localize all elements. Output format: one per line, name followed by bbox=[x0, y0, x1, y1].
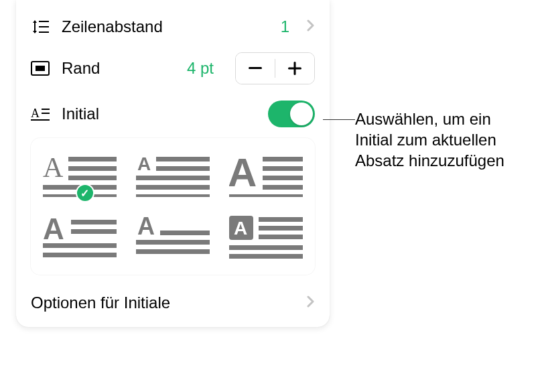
svg-rect-39 bbox=[136, 249, 210, 254]
svg-rect-20 bbox=[156, 157, 210, 161]
svg-rect-45 bbox=[229, 245, 303, 250]
svg-rect-15 bbox=[68, 166, 117, 171]
svg-rect-33 bbox=[71, 229, 117, 234]
dropcap-style-5[interactable]: A bbox=[133, 213, 213, 263]
svg-rect-37 bbox=[160, 231, 210, 235]
svg-rect-43 bbox=[259, 226, 303, 231]
svg-rect-21 bbox=[156, 166, 210, 171]
svg-text:A: A bbox=[137, 153, 151, 174]
initial-options-row[interactable]: Optionen für Initiale bbox=[16, 281, 330, 327]
svg-rect-44 bbox=[259, 235, 303, 239]
svg-rect-32 bbox=[71, 220, 117, 224]
svg-rect-46 bbox=[229, 254, 303, 259]
border-label: Rand bbox=[62, 59, 175, 78]
line-spacing-icon bbox=[31, 18, 50, 36]
initial-icon: A bbox=[31, 105, 50, 123]
chevron-right-icon bbox=[307, 296, 315, 311]
initial-row: A Initial bbox=[16, 92, 330, 135]
svg-rect-42 bbox=[259, 217, 303, 222]
dropcap-style-2[interactable]: A bbox=[133, 150, 213, 200]
svg-text:A: A bbox=[234, 218, 247, 239]
line-spacing-value: 1 bbox=[281, 17, 289, 36]
dropcap-style-1[interactable]: A ✓ bbox=[40, 150, 120, 200]
toggle-knob bbox=[290, 103, 313, 125]
svg-rect-28 bbox=[263, 176, 303, 180]
svg-text:A: A bbox=[43, 153, 64, 183]
svg-rect-29 bbox=[263, 185, 303, 190]
dropcap-styles-grid: A ✓ A A bbox=[31, 138, 315, 275]
border-value: 4 pt bbox=[187, 59, 214, 78]
line-spacing-row[interactable]: Zeilenabstand 1 bbox=[16, 9, 330, 44]
svg-rect-38 bbox=[136, 240, 210, 245]
svg-rect-5 bbox=[36, 66, 45, 71]
callout-leader-line bbox=[323, 119, 355, 120]
svg-rect-35 bbox=[43, 253, 117, 257]
callout-text: Auswählen, um ein Initial zum aktuellen … bbox=[355, 109, 529, 172]
svg-rect-6 bbox=[249, 67, 262, 69]
svg-rect-27 bbox=[263, 166, 303, 171]
dropcap-style-6[interactable]: A bbox=[226, 213, 306, 263]
svg-rect-16 bbox=[68, 176, 117, 180]
svg-rect-24 bbox=[136, 194, 210, 197]
chevron-right-icon bbox=[307, 19, 315, 35]
border-row: Rand 4 pt bbox=[16, 44, 330, 92]
dropcap-style-4[interactable]: A bbox=[40, 213, 120, 263]
border-decrease-button[interactable] bbox=[236, 53, 275, 84]
svg-rect-23 bbox=[136, 185, 210, 190]
line-spacing-label: Zeilenabstand bbox=[62, 17, 269, 36]
initial-options-label: Optionen für Initiale bbox=[31, 293, 301, 312]
svg-text:A: A bbox=[43, 216, 64, 245]
svg-text:A: A bbox=[229, 153, 257, 195]
dropcap-style-3[interactable]: A bbox=[226, 150, 306, 200]
border-stepper bbox=[235, 52, 315, 84]
initial-toggle[interactable] bbox=[268, 101, 315, 127]
svg-text:A: A bbox=[137, 216, 155, 240]
format-panel: Zeilenabstand 1 Rand 4 pt bbox=[16, 0, 330, 327]
check-icon: ✓ bbox=[76, 184, 94, 202]
svg-rect-14 bbox=[68, 157, 117, 161]
initial-label: Initial bbox=[62, 105, 256, 123]
svg-rect-30 bbox=[229, 194, 303, 197]
border-increase-button[interactable] bbox=[275, 53, 314, 84]
border-icon bbox=[31, 60, 50, 77]
svg-rect-34 bbox=[43, 243, 117, 248]
svg-rect-8 bbox=[294, 62, 296, 75]
svg-text:A: A bbox=[31, 107, 40, 120]
svg-rect-22 bbox=[136, 176, 210, 180]
svg-rect-26 bbox=[263, 157, 303, 161]
